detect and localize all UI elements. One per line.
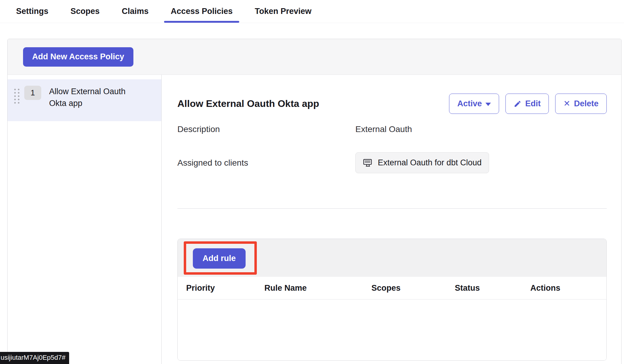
policy-list-sidebar: 1 Allow External Oauth Okta app [8,75,162,364]
close-icon: ✕ [563,100,570,108]
description-row: Description External Oauth [177,124,607,134]
panel-toolbar: Add New Access Policy [8,39,621,75]
rules-table-header: Priority Rule Name Scopes Status Actions [178,277,606,299]
add-rule-button[interactable]: Add rule [193,248,246,269]
description-value: External Oauth [355,124,607,134]
policy-list-item[interactable]: 1 Allow External Oauth Okta app [8,79,161,121]
assigned-clients-label: Assigned to clients [177,158,355,168]
drag-handle-icon[interactable] [14,89,19,105]
client-chip[interactable]: External Oauth for dbt Cloud [355,152,489,173]
panel-body: 1 Allow External Oauth Okta app Allow Ex… [8,75,621,364]
edit-button-label: Edit [525,99,541,108]
delete-button[interactable]: ✕ Delete [555,94,607,114]
status-tooltip: usijiutarM7Aj0Ep5d7# [0,352,69,364]
policy-priority-badge: 1 [24,86,41,100]
client-chip-label: External Oauth for dbt Cloud [378,158,481,167]
tab-settings[interactable]: Settings [16,0,49,23]
policy-detail: Allow External Oauth Okta app Active [162,75,621,364]
column-header-actions: Actions [530,283,598,293]
delete-button-label: Delete [574,99,599,108]
section-divider [177,208,607,209]
status-dropdown-button[interactable]: Active [449,94,499,114]
status-dropdown-label: Active [457,99,482,108]
policy-detail-header: Allow External Oauth Okta app Active [177,94,607,114]
rules-toolbar: Add rule [178,239,606,277]
add-new-access-policy-button[interactable]: Add New Access Policy [23,47,133,67]
tab-token-preview[interactable]: Token Preview [255,0,311,23]
column-header-rule-name: Rule Name [264,283,371,293]
annotation-highlight-box: Add rule [184,241,257,275]
tab-bar: Settings Scopes Claims Access Policies T… [0,0,624,23]
policy-name-label: Allow External Oauth Okta app [49,86,137,109]
page-title: Allow External Oauth Okta app [177,98,319,109]
column-header-status: Status [455,283,530,293]
rules-panel: Add rule Priority Rule Name Scopes Statu… [177,239,607,361]
tab-claims[interactable]: Claims [122,0,149,23]
monitor-icon [363,159,373,167]
pencil-icon [514,100,522,108]
access-policies-panel: Add New Access Policy 1 Allow External O… [7,39,622,364]
authorization-server-page: Settings Scopes Claims Access Policies T… [0,0,624,364]
description-label: Description [177,124,355,134]
tab-scopes[interactable]: Scopes [71,0,100,23]
edit-button[interactable]: Edit [505,94,549,114]
chevron-down-icon [485,103,491,106]
rules-table-body [178,299,606,361]
tab-access-policies[interactable]: Access Policies [171,0,233,23]
assigned-clients-row: Assigned to clients [177,152,607,173]
policy-actions: Active Edit ✕ [449,94,607,114]
column-header-scopes: Scopes [371,283,455,293]
column-header-priority: Priority [186,283,264,293]
